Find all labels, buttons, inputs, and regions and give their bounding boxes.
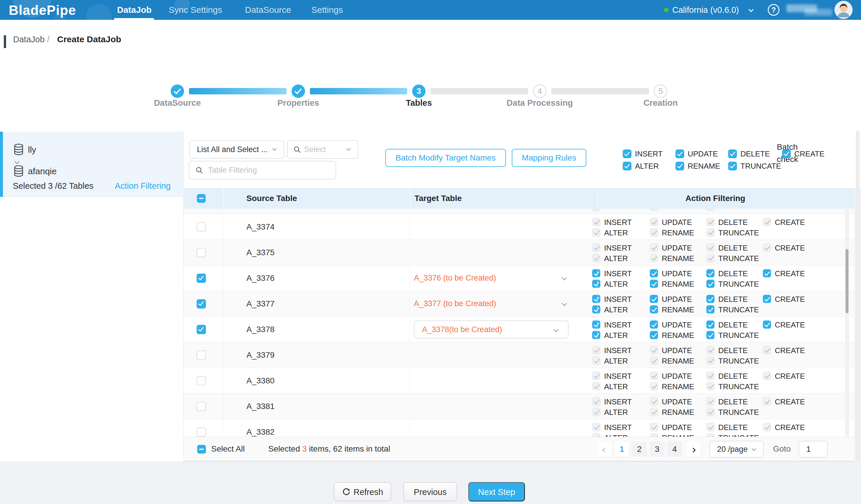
source-table-cell: A_3380 (246, 368, 275, 393)
action-checkbox-truncate[interactable] (706, 305, 714, 313)
page-button-2[interactable]: 2 (632, 442, 647, 457)
select-all-header-checkbox[interactable] (197, 194, 206, 203)
select-all-footer-checkbox[interactable] (197, 445, 206, 454)
refresh-button[interactable]: Refresh (334, 482, 391, 501)
wizard-stepper: 3 4 5 DataSource Properties Tables Data … (0, 59, 861, 131)
mapping-rules-button[interactable]: Mapping Rules (512, 149, 586, 167)
list-mode-select[interactable]: List All and Select ... (189, 140, 284, 159)
batch-checkbox-create[interactable] (782, 149, 791, 158)
header-separator (223, 188, 224, 209)
row-checkbox[interactable] (196, 299, 206, 309)
step-circle-properties[interactable] (291, 84, 305, 98)
help-icon[interactable]: ? (768, 4, 779, 16)
action-filtering-link[interactable]: Action Filtering (115, 179, 171, 192)
previous-button[interactable]: Previous (404, 482, 457, 501)
column-select[interactable]: Select (287, 140, 358, 159)
row-checkbox[interactable] (196, 376, 206, 385)
search-icon (195, 166, 203, 174)
prev-page-button[interactable] (598, 442, 612, 457)
batch-checkbox-alter[interactable] (623, 162, 631, 171)
action-checkbox-alter[interactable] (592, 280, 600, 288)
next-page-button[interactable] (686, 442, 700, 457)
nav-tab-sync-settings[interactable]: Sync Settings (169, 0, 222, 20)
row-checkbox[interactable] (196, 402, 206, 411)
action-checkbox-insert[interactable] (592, 321, 600, 329)
breadcrumb-parent[interactable]: DataJob (13, 20, 44, 59)
target-db-name[interactable]: afanqie (28, 165, 56, 178)
action-checkbox-truncate (706, 209, 714, 211)
chevron-down-icon[interactable] (562, 275, 567, 280)
avatar[interactable] (834, 1, 852, 19)
action-checkbox-update (650, 346, 658, 354)
next-step-button[interactable]: Next Step (468, 482, 525, 501)
action-checkbox-create[interactable] (763, 295, 771, 303)
action-checkbox-label: CREATE (775, 397, 805, 406)
row-checkbox[interactable] (196, 351, 206, 360)
nav-tab-datajob[interactable]: DataJob (117, 0, 151, 20)
brand-logo[interactable]: BladePipe (9, 2, 76, 18)
action-checkbox-label: TRUNCATE (718, 331, 759, 340)
action-checkbox-rename[interactable] (650, 305, 658, 313)
nav-tab-datasource[interactable]: DataSource (245, 0, 291, 20)
batch-checkbox-truncate[interactable] (728, 162, 737, 171)
row-checkbox[interactable] (196, 325, 206, 334)
action-checkbox-alter[interactable] (592, 331, 600, 339)
action-checkbox-truncate (706, 357, 714, 365)
goto-page-input[interactable] (799, 441, 828, 458)
environment-selector[interactable]: California (v0.6.0) (672, 0, 739, 20)
row-checkbox[interactable] (196, 274, 206, 283)
table-filter-input[interactable] (208, 162, 325, 178)
batch-checkbox-insert[interactable] (623, 149, 631, 158)
action-checkbox-insert[interactable] (592, 269, 600, 277)
datasource-pair-card[interactable]: lly afanqie Selected 3 /62 Tables Action… (0, 132, 183, 197)
page-button-3[interactable]: 3 (650, 442, 665, 457)
action-checkbox-update (650, 372, 658, 380)
action-checkbox-label: UPDATE (662, 423, 692, 432)
action-checkbox-delete[interactable] (706, 295, 714, 303)
action-checkbox-rename[interactable] (650, 280, 658, 288)
action-checkbox-delete[interactable] (706, 321, 714, 329)
action-checkbox-label: ALTER (604, 254, 628, 263)
batch-modify-target-names-button[interactable]: Batch Modify Target Names (385, 149, 506, 167)
nav-tab-settings[interactable]: Settings (311, 0, 343, 20)
table-scrollbar-thumb[interactable] (846, 249, 848, 313)
step-circle-creation: 5 (654, 84, 667, 98)
target-table-select[interactable]: A_3378(to be Created) (414, 321, 569, 339)
row-checkbox[interactable] (196, 427, 206, 437)
step-circle-tables[interactable]: 3 (412, 84, 426, 98)
column-header-source: Source Table (246, 188, 297, 209)
column-select-placeholder: Select (304, 141, 326, 158)
action-checkbox-label: UPDATE (662, 346, 692, 355)
action-checkbox-label: ALTER (604, 331, 628, 340)
action-checkbox-create[interactable] (763, 321, 771, 329)
row-checkbox[interactable] (196, 248, 206, 257)
action-checkbox-label: CREATE (775, 423, 805, 432)
chevron-down-icon[interactable] (562, 301, 567, 306)
action-checkbox-update[interactable] (650, 269, 658, 277)
action-checkbox-create[interactable] (763, 269, 771, 277)
action-checkbox-truncate[interactable] (706, 280, 714, 288)
action-checkbox-insert (592, 372, 600, 380)
row-checkbox[interactable] (196, 222, 206, 232)
source-table-cell: A_3381 (246, 394, 275, 419)
action-checkbox-update[interactable] (650, 295, 658, 303)
action-checkbox-delete[interactable] (706, 269, 714, 277)
batch-checkbox-delete[interactable] (728, 149, 737, 158)
page-scrollbar-gutter[interactable] (856, 131, 860, 462)
page-size-select[interactable]: 20 /page (710, 441, 764, 458)
page-button-4[interactable]: 4 (667, 442, 682, 457)
action-checkbox-insert[interactable] (592, 295, 600, 303)
batch-checkbox-update[interactable] (675, 149, 684, 158)
step-circle-datasource[interactable] (171, 84, 184, 98)
chevron-down-icon[interactable] (748, 7, 753, 12)
page-button-1[interactable]: 1 (614, 442, 629, 457)
batch-checkbox-rename[interactable] (675, 162, 684, 171)
table-row: A_3375INSERTALTERUPDATERENAMEDELETETRUNC… (184, 240, 854, 265)
action-checkbox-insert (592, 423, 600, 431)
action-checkbox-rename[interactable] (650, 331, 658, 339)
action-checkbox-update[interactable] (650, 321, 658, 329)
table-filter-box[interactable] (189, 161, 336, 179)
action-checkbox-truncate[interactable] (706, 331, 714, 339)
action-checkbox-alter[interactable] (592, 305, 600, 313)
source-db-name[interactable]: lly (28, 143, 36, 156)
